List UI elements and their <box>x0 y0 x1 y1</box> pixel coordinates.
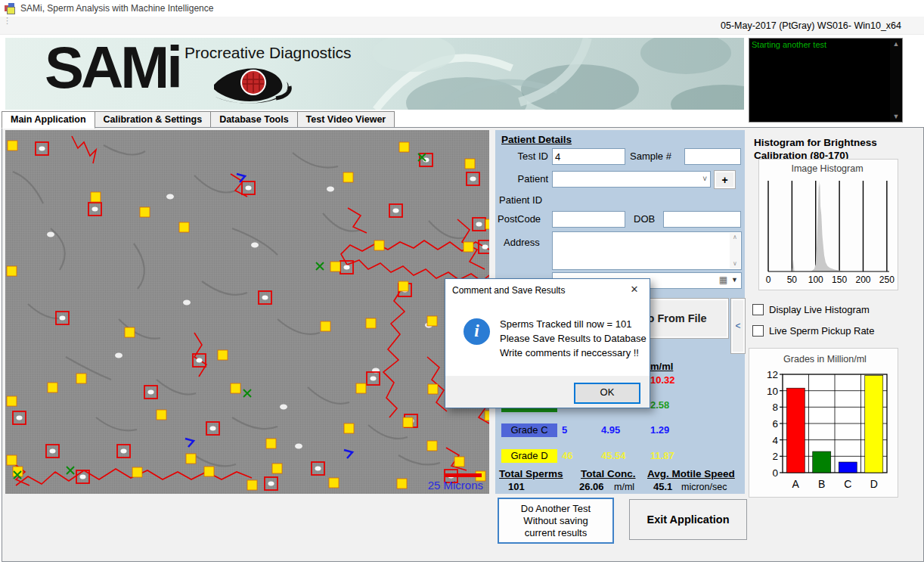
patient-label: Patient <box>499 173 548 185</box>
scroll-down-icon[interactable]: ▼ <box>890 111 902 122</box>
display-live-histogram-row[interactable]: Display Live Histogram <box>752 304 870 315</box>
sperm-head <box>80 475 86 479</box>
immotile-marker <box>464 242 473 252</box>
immotile-marker <box>330 262 340 271</box>
chevron-down-icon[interactable]: ˅ <box>702 175 707 183</box>
svg-text:12: 12 <box>767 369 778 380</box>
green-marker <box>243 389 251 397</box>
svg-text:6: 6 <box>772 418 778 430</box>
console-scrollbar[interactable]: ▲ ▼ <box>890 39 902 122</box>
logo-banner: SAMi Procreative Diagnostics <box>5 38 744 110</box>
sperm-tail <box>293 153 338 168</box>
info-icon: i <box>464 318 490 345</box>
checkbox-icon[interactable] <box>752 304 764 315</box>
window-titlebar: SAMi, Sperm Analysis with Machine Intell… <box>0 0 924 17</box>
sperm-tail <box>429 221 465 238</box>
sperm-head <box>39 147 45 151</box>
sperm-tail <box>323 213 361 231</box>
close-icon[interactable]: ✕ <box>619 279 650 300</box>
immotile-marker <box>329 478 339 488</box>
address-label: Address <box>504 237 540 248</box>
exit-application-button[interactable]: Exit Application <box>629 499 747 540</box>
sperm-head <box>251 243 259 248</box>
postcode-input[interactable] <box>552 211 625 228</box>
sperm-head <box>262 296 268 300</box>
total-conc-value: 26.06 <box>579 481 604 492</box>
sperm-tail <box>278 319 320 334</box>
sperm-tail <box>96 417 137 430</box>
comment-save-dialog: Comment and Save Results ✕ i Sperms Trac… <box>445 278 650 408</box>
immotile-marker <box>157 410 166 420</box>
app-icon <box>5 3 16 14</box>
ok-button[interactable]: OK <box>574 383 640 404</box>
tab-main-application[interactable]: Main Application <box>2 111 95 129</box>
sperm-tail <box>104 145 145 155</box>
address-textarea[interactable]: ∧ ∨ <box>552 231 742 270</box>
patient-combobox[interactable]: ˅ <box>552 171 711 188</box>
app-window: SAMi, Sperm Analysis with Machine Intell… <box>0 0 924 577</box>
sperm-track <box>348 208 367 233</box>
sperm-tail <box>232 417 278 429</box>
sperm-head <box>92 207 98 212</box>
chevron-down-icon[interactable]: ▼ <box>731 276 738 284</box>
live-sperm-pickup-rate-row[interactable]: Live Sperm Pickup Rate <box>752 325 874 337</box>
sperm-track <box>72 136 96 163</box>
button-line: Without saving <box>521 515 591 527</box>
sperm-head <box>60 316 66 321</box>
tab-database-tools[interactable]: Database Tools <box>211 111 297 128</box>
sperm-head <box>393 209 399 213</box>
immotile-marker <box>132 467 142 477</box>
sperm-track <box>383 289 405 417</box>
sample-input[interactable] <box>684 148 741 165</box>
grade-row-cell: 11.87 <box>650 450 674 461</box>
avg-speed-label: Avg. Motile Speed <box>647 468 735 479</box>
sperm-head <box>327 187 334 192</box>
sperm-head <box>115 353 122 358</box>
status-console[interactable]: Starting another test ▲ ▼ <box>749 38 903 123</box>
immotile-marker <box>125 327 135 337</box>
sperm-tail <box>194 175 236 193</box>
tab-strip: Main ApplicationCalibration & SettingsDa… <box>2 111 395 127</box>
immotile-marker <box>344 423 354 433</box>
toolstrip-grip-icon[interactable]: ⋮ <box>3 19 11 23</box>
svg-text:100: 100 <box>808 275 823 285</box>
grade-row-cell: 45.54 <box>601 450 626 461</box>
test-id-input[interactable] <box>552 148 625 165</box>
immotile-marker <box>76 374 86 383</box>
collapse-panel-button[interactable]: < <box>730 298 746 354</box>
scroll-up-icon[interactable]: ▲ <box>890 39 902 49</box>
histogram-heading: Histogram for Brightness Calibration (80… <box>754 136 898 162</box>
dob-input[interactable] <box>663 211 741 228</box>
svg-text:200: 200 <box>855 275 870 285</box>
sperm-head <box>344 265 350 270</box>
dialog-message: Sperms Tracked till now = 101 Please Sav… <box>500 317 646 360</box>
sperm-tail <box>66 357 111 380</box>
immotile-marker <box>272 464 282 473</box>
avg-speed-unit: micron/sec <box>681 482 727 492</box>
sperm-head <box>268 482 274 486</box>
immotile-marker <box>398 281 408 291</box>
svg-text:Grades in Million/ml: Grades in Million/ml <box>783 354 867 365</box>
do-another-test-button[interactable]: Do Another Test Without saving current r… <box>498 498 614 544</box>
add-patient-button[interactable]: + <box>714 170 736 189</box>
calendar-icon[interactable]: ▦ <box>719 275 727 285</box>
window-title: SAMi, Sperm Analysis with Machine Intell… <box>20 3 213 14</box>
scroll-down-icon[interactable]: ∨ <box>730 259 740 268</box>
svg-text:150: 150 <box>832 275 847 285</box>
dob-label: DOB <box>634 213 655 225</box>
address-scrollbar[interactable]: ∧ ∨ <box>730 233 740 268</box>
avg-speed-value: 45.1 <box>653 481 672 492</box>
checkbox-icon[interactable] <box>752 325 764 337</box>
immotile-marker <box>231 383 240 393</box>
scroll-up-icon[interactable]: ∧ <box>730 233 740 242</box>
immotile-marker <box>247 480 257 490</box>
grades-chart-panel: Grades in Million/ml024681012ABCD <box>749 348 898 498</box>
svg-text:0: 0 <box>766 275 771 285</box>
sperm-tail <box>157 380 196 395</box>
tab-test-video-viewer[interactable]: Test Video Viewer <box>298 111 395 128</box>
postcode-label: PostCode <box>498 213 541 225</box>
tab-calibration-settings[interactable]: Calibration & Settings <box>95 111 212 128</box>
sperm-head <box>210 427 216 431</box>
immotile-marker <box>454 457 464 467</box>
dialog-message-line: Please Save Results to Database <box>500 331 646 346</box>
